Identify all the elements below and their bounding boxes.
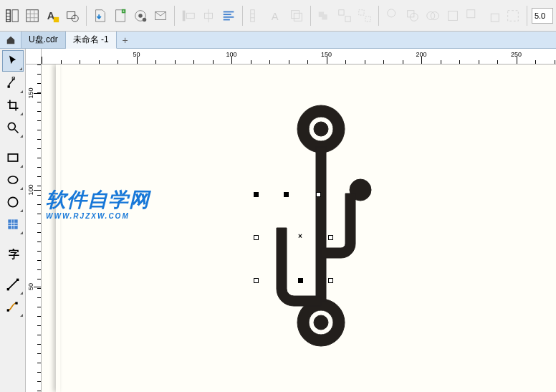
svg-rect-35 bbox=[322, 14, 327, 19]
graph-paper-tool[interactable] bbox=[2, 214, 24, 235]
svg-rect-20 bbox=[183, 10, 186, 21]
canvas-container: 50100150200250300 15010050 软件自学网 WWW.RJZ… bbox=[26, 49, 556, 392]
svg-text:字: 字 bbox=[9, 248, 19, 260]
document-tab-1[interactable]: U盘.cdr bbox=[21, 32, 66, 48]
zoom-tool[interactable] bbox=[2, 117, 24, 138]
svg-rect-34 bbox=[319, 11, 324, 16]
tab-label: U盘.cdr bbox=[29, 34, 58, 46]
envelope-button[interactable] bbox=[151, 5, 170, 27]
svg-line-61 bbox=[8, 279, 17, 289]
svg-rect-21 bbox=[186, 13, 194, 18]
selection-center[interactable]: × bbox=[298, 232, 302, 240]
svg-rect-11 bbox=[54, 16, 59, 21]
freehand-tool[interactable] bbox=[2, 274, 24, 295]
svg-rect-45 bbox=[467, 9, 475, 17]
nudge-value-input[interactable] bbox=[532, 8, 553, 24]
boundary-button bbox=[504, 5, 522, 27]
plus-icon: + bbox=[123, 34, 128, 46]
home-tab[interactable] bbox=[0, 32, 21, 48]
separator bbox=[86, 6, 87, 26]
svg-rect-5 bbox=[27, 9, 39, 21]
svg-rect-32 bbox=[292, 10, 299, 18]
ellipse-tool[interactable] bbox=[2, 169, 24, 191]
selection-handle-sw[interactable] bbox=[254, 278, 259, 283]
svg-rect-46 bbox=[491, 14, 499, 21]
drawing-canvas[interactable]: 软件自学网 WWW.RJZXW.COM bbox=[42, 64, 556, 392]
crop-tool[interactable] bbox=[2, 95, 24, 116]
overprint-button[interactable] bbox=[63, 5, 82, 27]
svg-rect-63 bbox=[16, 279, 19, 281]
selection-handle-nw[interactable] bbox=[254, 192, 259, 197]
export-button[interactable]: + bbox=[111, 5, 130, 27]
selection-handle-ne[interactable] bbox=[316, 192, 321, 197]
simplify-button bbox=[444, 5, 462, 27]
svg-point-53 bbox=[8, 176, 17, 183]
toolbox: 字 bbox=[0, 49, 26, 392]
horizontal-ruler[interactable]: 50100150200250300 bbox=[42, 49, 556, 64]
separator bbox=[310, 6, 311, 26]
pick-tool[interactable] bbox=[2, 50, 24, 72]
trim-button bbox=[403, 5, 422, 27]
selection-handle-se[interactable] bbox=[328, 278, 333, 283]
svg-rect-23 bbox=[205, 13, 213, 18]
property-toolbar: A + A bbox=[0, 0, 556, 32]
svg-rect-47 bbox=[508, 10, 519, 21]
text-align-button[interactable] bbox=[219, 5, 238, 27]
svg-rect-52 bbox=[8, 154, 17, 161]
svg-point-41 bbox=[410, 13, 418, 21]
grid-button[interactable] bbox=[23, 5, 42, 27]
tab-label: 未命名 -1 bbox=[73, 34, 109, 46]
separator bbox=[242, 6, 243, 26]
svg-point-42 bbox=[427, 11, 435, 19]
svg-rect-40 bbox=[408, 10, 414, 16]
watermark-subtitle: WWW.RJZXW.COM bbox=[46, 212, 150, 220]
svg-rect-4 bbox=[12, 9, 18, 21]
text-wrap-button[interactable]: A bbox=[43, 5, 62, 27]
text-tool[interactable]: 字 bbox=[2, 244, 24, 265]
svg-point-17 bbox=[138, 14, 143, 18]
watermark-title: 软件自学网 bbox=[46, 188, 150, 211]
svg-rect-64 bbox=[6, 309, 9, 311]
svg-rect-38 bbox=[359, 9, 364, 14]
svg-rect-33 bbox=[294, 13, 302, 21]
selection-handle-e[interactable] bbox=[328, 235, 333, 240]
bezier-tool[interactable] bbox=[2, 296, 24, 317]
combine-button bbox=[315, 5, 334, 27]
rectangle-tool[interactable] bbox=[2, 147, 24, 168]
svg-point-71 bbox=[314, 315, 328, 330]
svg-point-43 bbox=[431, 11, 438, 19]
shape-tool[interactable] bbox=[2, 72, 24, 94]
separator bbox=[527, 6, 527, 26]
vertical-ruler[interactable]: 15010050 bbox=[26, 64, 42, 392]
svg-rect-37 bbox=[345, 16, 350, 21]
svg-point-50 bbox=[8, 123, 15, 130]
weld-button bbox=[383, 5, 402, 27]
svg-rect-36 bbox=[339, 9, 344, 14]
selection-handle-s[interactable] bbox=[298, 278, 303, 283]
polygon-tool[interactable] bbox=[2, 191, 24, 213]
page-shadow bbox=[56, 64, 60, 392]
new-tab-button[interactable]: + bbox=[117, 32, 134, 48]
front-minus-back-button bbox=[464, 5, 482, 27]
separator bbox=[174, 6, 175, 26]
separator bbox=[378, 6, 379, 26]
usb-symbol-drawing[interactable] bbox=[264, 100, 393, 358]
svg-rect-28 bbox=[251, 9, 255, 21]
snap-options-button[interactable] bbox=[3, 5, 21, 27]
text-font-button: A bbox=[267, 5, 286, 27]
document-tab-2[interactable]: 未命名 -1 bbox=[66, 32, 117, 49]
svg-point-68 bbox=[314, 122, 328, 136]
svg-rect-72 bbox=[316, 147, 326, 301]
selection-handle-n[interactable] bbox=[284, 192, 289, 197]
svg-rect-39 bbox=[365, 16, 370, 21]
svg-rect-48 bbox=[7, 85, 9, 87]
ruler-origin[interactable] bbox=[26, 49, 42, 64]
selection-handle-w[interactable] bbox=[254, 235, 259, 240]
import-button[interactable] bbox=[91, 5, 110, 27]
launch-button[interactable] bbox=[131, 5, 150, 27]
svg-rect-65 bbox=[15, 302, 17, 304]
watermark-logo: 软件自学网 WWW.RJZXW.COM bbox=[46, 186, 150, 220]
back-minus-front-button bbox=[484, 5, 502, 27]
svg-point-18 bbox=[143, 17, 147, 21]
group-button bbox=[335, 5, 354, 27]
